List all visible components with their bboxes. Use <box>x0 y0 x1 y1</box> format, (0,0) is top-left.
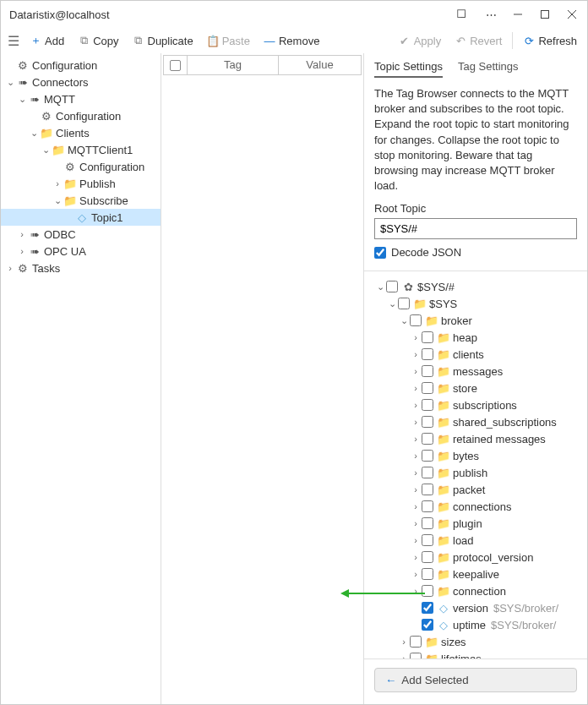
tree-item-publish[interactable]: ›📁Publish <box>1 175 161 192</box>
apply-button: ✔Apply <box>395 33 445 49</box>
tree-item-mqtt-config[interactable]: ⚙Configuration <box>1 107 161 124</box>
tree-item-opcua[interactable]: ›➠OPC UA <box>1 243 161 260</box>
tab-tag-settings[interactable]: Tag Settings <box>458 60 519 78</box>
browser-broker[interactable]: ⌄📁broker <box>374 312 577 329</box>
select-all-checkbox[interactable] <box>170 60 181 71</box>
arrow-left-icon: ← <box>385 674 396 686</box>
browser-publish[interactable]: ›📁publish <box>374 464 577 481</box>
browser-lifetimes[interactable]: ›📁lifetimes <box>374 650 577 659</box>
tag-browser-tree[interactable]: ⌄✿$SYS/# ⌄📁$SYS ⌄📁broker ›📁heap ›📁client… <box>374 278 577 659</box>
browser-keepalive[interactable]: ›📁keepalive <box>374 566 577 582</box>
tree-item-tasks[interactable]: ›⚙Tasks <box>1 260 161 276</box>
browser-connection[interactable]: ›📁connection <box>374 582 577 599</box>
duplicate-button[interactable]: ⧉Duplicate <box>129 33 197 49</box>
more-icon[interactable]: ⋯ <box>477 2 504 27</box>
tree-item-odbc[interactable]: ›➠ODBC <box>1 226 161 243</box>
browser-load[interactable]: ›📁load <box>374 532 577 549</box>
tree-item-configuration[interactable]: ⚙Configuration <box>1 57 161 74</box>
tree-item-subscribe[interactable]: ⌄📁Subscribe <box>1 192 161 209</box>
popout-icon[interactable] <box>452 4 472 25</box>
copy-button[interactable]: ⧉Copy <box>74 33 122 49</box>
tree-item-client-config[interactable]: ⚙Configuration <box>1 158 161 175</box>
svg-rect-0 <box>458 10 466 18</box>
window-titlebar: Dataristix@localhost ⋯ <box>1 1 587 28</box>
tree-item-connectors[interactable]: ⌄➠Connectors <box>1 74 161 90</box>
decode-json-checkbox[interactable] <box>374 247 386 259</box>
column-value[interactable]: Value <box>279 56 361 74</box>
browser-subscriptions[interactable]: ›📁subscriptions <box>374 396 577 413</box>
navigation-tree[interactable]: ⚙Configuration ⌄➠Connectors ⌄➠MQTT ⚙Conf… <box>1 53 161 705</box>
tree-item-topic1[interactable]: ◇Topic1 <box>1 209 161 226</box>
browser-bytes[interactable]: ›📁bytes <box>374 447 577 464</box>
browser-plugin[interactable]: ›📁plugin <box>374 515 577 532</box>
browser-sys[interactable]: ⌄📁$SYS <box>374 295 577 312</box>
tree-item-clients[interactable]: ⌄📁Clients <box>1 124 161 141</box>
column-tag[interactable]: Tag <box>188 56 279 74</box>
browser-version[interactable]: ◇version$SYS/broker/ <box>374 599 577 616</box>
settings-tabs: Topic Settings Tag Settings <box>364 53 587 81</box>
minimize-button[interactable] <box>504 2 531 27</box>
remove-button[interactable]: —Remove <box>260 33 323 49</box>
browser-protocol-version[interactable]: ›📁protocol_version <box>374 549 577 566</box>
browser-description: The Tag Browser connects to the MQTT bro… <box>374 86 577 194</box>
window-title: Dataristix@localhost <box>9 8 110 21</box>
browser-connections[interactable]: ›📁connections <box>374 498 577 515</box>
browser-packet[interactable]: ›📁packet <box>374 481 577 498</box>
tree-item-mqtt[interactable]: ⌄➠MQTT <box>1 90 161 107</box>
refresh-button[interactable]: ⟳Refresh <box>520 33 580 49</box>
tag-table-header: Tag Value <box>163 55 362 75</box>
settings-panel: Topic Settings Tag Settings The Tag Brow… <box>364 53 587 705</box>
close-button[interactable] <box>558 2 585 27</box>
root-topic-input[interactable] <box>374 218 577 239</box>
browser-clients[interactable]: ›📁clients <box>374 346 577 363</box>
browser-sizes[interactable]: ›📁sizes <box>374 633 577 650</box>
browser-retained-messages[interactable]: ›📁retained messages <box>374 430 577 447</box>
browser-uptime[interactable]: ◇uptime$SYS/broker/ <box>374 616 577 633</box>
main-toolbar: ☰ ＋Add ⧉Copy ⧉Duplicate 📋Paste —Remove ✔… <box>1 28 587 53</box>
add-button[interactable]: ＋Add <box>26 33 68 49</box>
paste-button: 📋Paste <box>204 33 253 49</box>
browser-shared-subscriptions[interactable]: ›📁shared_subscriptions <box>374 413 577 430</box>
root-topic-label: Root Topic <box>374 202 577 215</box>
browser-store[interactable]: ›📁store <box>374 380 577 396</box>
browser-root[interactable]: ⌄✿$SYS/# <box>374 278 577 295</box>
revert-button: ↶Revert <box>451 33 505 49</box>
menu-icon[interactable]: ☰ <box>8 33 19 49</box>
add-selected-button[interactable]: ← Add Selected <box>374 668 577 692</box>
svg-rect-2 <box>542 11 549 19</box>
browser-messages[interactable]: ›📁messages <box>374 363 577 380</box>
tree-item-mqttclient1[interactable]: ⌄📁MQTTClient1 <box>1 141 161 158</box>
decode-json-label: Decode JSON <box>391 246 461 259</box>
tag-value-panel: Tag Value <box>161 53 364 705</box>
maximize-button[interactable] <box>531 2 558 27</box>
browser-heap[interactable]: ›📁heap <box>374 329 577 346</box>
tab-topic-settings[interactable]: Topic Settings <box>374 60 443 78</box>
